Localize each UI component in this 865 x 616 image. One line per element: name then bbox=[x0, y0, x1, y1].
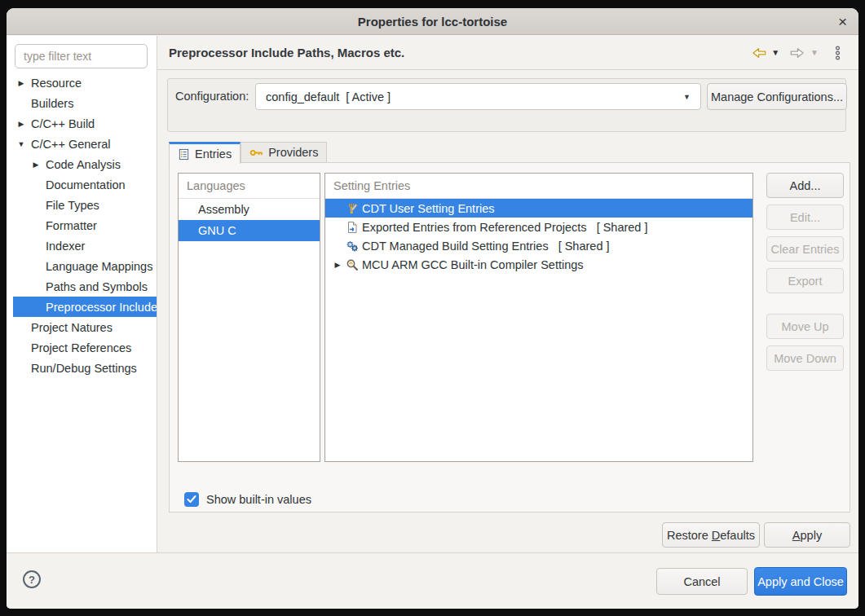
tree-item-preprocessor-include-selected[interactable]: Preprocessor Include Paths, Macros etc. bbox=[13, 297, 157, 317]
content-pane: Preprocessor Include Paths, Macros etc. … bbox=[157, 36, 858, 552]
entry-label: Exported Entries from Referenced Project… bbox=[362, 221, 587, 234]
tree-item-documentation[interactable]: Documentation bbox=[7, 174, 157, 195]
show-builtin-row: Show built-in values bbox=[184, 492, 311, 507]
tree-item-label: Formatter bbox=[46, 219, 97, 232]
entry-row-cdt-managed-build[interactable]: CDT Managed Build Setting Entries [ Shar… bbox=[325, 236, 752, 255]
expander-collapsed-icon[interactable]: ▶ bbox=[330, 261, 345, 269]
entry-label: CDT Managed Build Setting Entries bbox=[362, 240, 549, 253]
filter-input[interactable] bbox=[15, 44, 148, 68]
tree-item-builders[interactable]: Builders bbox=[7, 93, 157, 113]
managed-build-gears-icon bbox=[345, 240, 359, 253]
tree-item-label: File Types bbox=[46, 199, 99, 212]
tree-item-ccpp-general[interactable]: ▼ C/C++ General bbox=[7, 134, 157, 154]
tree-item-label: Code Analysis bbox=[46, 158, 121, 171]
export-button[interactable]: Export bbox=[766, 268, 844, 293]
move-up-button[interactable]: Move Up bbox=[766, 314, 844, 339]
window-title: Properties for lcc-tortoise bbox=[358, 15, 507, 29]
tree-item-project-natures[interactable]: Project Natures bbox=[7, 317, 157, 337]
language-item-gnu-c-selected[interactable]: GNU C bbox=[179, 220, 320, 241]
built-in-settings-magnifier-icon bbox=[345, 258, 359, 271]
tree-item-label: Resource bbox=[31, 77, 82, 90]
back-menu-icon[interactable]: ▼ bbox=[771, 49, 779, 57]
tree-item-label: Preprocessor Include Paths, Macros etc. bbox=[46, 301, 157, 314]
show-builtin-checkbox[interactable] bbox=[184, 492, 199, 507]
setting-entries-list: Setting Entries CDT User Setting Entries bbox=[324, 173, 753, 462]
apply-and-close-button[interactable]: Apply and Close bbox=[754, 567, 847, 596]
tree-item-label: Builders bbox=[31, 97, 73, 110]
close-icon[interactable]: × bbox=[838, 14, 847, 29]
cancel-button[interactable]: Cancel bbox=[656, 568, 748, 595]
tree-item-indexer[interactable]: Indexer bbox=[7, 235, 157, 256]
tree-item-formatter[interactable]: Formatter bbox=[7, 215, 157, 235]
restore-defaults-button[interactable]: Restore Defaults bbox=[662, 522, 760, 548]
tree-item-language-mappings[interactable]: Language Mappings bbox=[7, 256, 157, 276]
properties-tree: ▶ Resource Builders ▶ C/C++ Build ▼ C/C+… bbox=[7, 73, 157, 378]
entries-list-icon bbox=[178, 148, 190, 161]
back-arrow-icon[interactable] bbox=[752, 46, 767, 59]
dialog-button-bar: ? Cancel Apply and Close bbox=[7, 552, 858, 609]
tree-item-label: C/C++ Build bbox=[31, 117, 95, 130]
tab-providers-label: Providers bbox=[268, 146, 318, 159]
expander-collapsed-icon[interactable]: ▶ bbox=[11, 79, 31, 87]
tree-item-paths-and-symbols[interactable]: Paths and Symbols bbox=[7, 276, 157, 297]
manage-configurations-button[interactable]: Manage Configurations... bbox=[707, 83, 847, 110]
languages-list: Languages Assembly GNU C bbox=[178, 173, 320, 462]
page-header: Preprocessor Include Paths, Macros etc. … bbox=[157, 36, 858, 70]
tab-providers[interactable]: Providers bbox=[241, 142, 327, 163]
entry-label: CDT User Setting Entries bbox=[362, 202, 495, 215]
entry-row-mcu-arm-gcc[interactable]: ▶ MCU ARM GCC Built-in Compiler Settings bbox=[325, 255, 752, 274]
configuration-dropdown[interactable]: config_default [ Active ] ▼ bbox=[255, 83, 701, 110]
entry-label: MCU ARM GCC Built-in Compiler Settings bbox=[362, 258, 584, 271]
exported-document-icon bbox=[345, 221, 359, 234]
entries-tab-panel: Languages Assembly GNU C Setting Entries bbox=[169, 162, 850, 513]
apply-button[interactable]: Apply bbox=[764, 522, 850, 548]
tree-item-label: Project References bbox=[31, 341, 131, 354]
move-down-button[interactable]: Move Down bbox=[766, 345, 844, 371]
expander-collapsed-icon[interactable]: ▶ bbox=[26, 161, 46, 169]
tab-bar: Entries Providers bbox=[169, 141, 327, 163]
forward-arrow-icon[interactable] bbox=[789, 46, 805, 59]
configuration-label: Configuration: bbox=[175, 90, 249, 103]
entry-actions: Add... Edit... Clear Entries Export Move… bbox=[766, 173, 844, 376]
sidebar: ▶ Resource Builders ▶ C/C++ Build ▼ C/C+… bbox=[7, 36, 157, 552]
chevron-down-icon: ▼ bbox=[683, 93, 691, 101]
providers-key-icon bbox=[249, 147, 263, 158]
entry-row-cdt-user-setting[interactable]: CDT User Setting Entries bbox=[325, 199, 752, 218]
tree-item-ccpp-build[interactable]: ▶ C/C++ Build bbox=[7, 113, 157, 134]
tree-item-label: C/C++ General bbox=[31, 138, 111, 151]
expander-collapsed-icon[interactable]: ▶ bbox=[11, 120, 31, 128]
history-nav: ▼ ▼ bbox=[752, 46, 852, 60]
configuration-value: config_default [ Active ] bbox=[266, 90, 683, 103]
titlebar[interactable]: Properties for lcc-tortoise × bbox=[7, 8, 858, 35]
forward-menu-icon[interactable]: ▼ bbox=[810, 49, 819, 57]
tree-item-project-references[interactable]: Project References bbox=[7, 337, 157, 358]
expander-expanded-icon[interactable]: ▼ bbox=[11, 140, 31, 148]
help-icon[interactable]: ? bbox=[23, 570, 41, 588]
tree-item-code-analysis[interactable]: ▶ Code Analysis bbox=[7, 154, 157, 174]
tab-entries[interactable]: Entries bbox=[169, 142, 241, 164]
edit-button[interactable]: Edit... bbox=[766, 205, 844, 230]
tab-entries-label: Entries bbox=[195, 147, 232, 161]
tree-item-label: Language Mappings bbox=[46, 260, 152, 273]
entry-row-exported-entries[interactable]: Exported Entries from Referenced Project… bbox=[325, 218, 752, 236]
checkmark-icon bbox=[187, 495, 196, 504]
show-builtin-label: Show built-in values bbox=[206, 493, 311, 506]
tree-item-label: Documentation bbox=[46, 178, 126, 191]
properties-dialog: Properties for lcc-tortoise × ▶ Resource… bbox=[7, 8, 858, 609]
languages-header: Languages bbox=[179, 174, 320, 199]
language-item-assembly[interactable]: Assembly bbox=[179, 199, 320, 220]
page-title: Preprocessor Include Paths, Macros etc. bbox=[169, 46, 752, 59]
tree-item-run-debug-settings[interactable]: Run/Debug Settings bbox=[7, 358, 157, 378]
clear-entries-button[interactable]: Clear Entries bbox=[766, 236, 844, 262]
tree-item-resource[interactable]: ▶ Resource bbox=[7, 73, 157, 93]
tree-item-file-types[interactable]: File Types bbox=[7, 195, 157, 215]
user-setting-pencil-icon bbox=[345, 202, 359, 215]
add-button[interactable]: Add... bbox=[766, 173, 844, 198]
view-menu-icon[interactable] bbox=[835, 46, 841, 60]
tree-item-label: Paths and Symbols bbox=[46, 280, 148, 293]
tree-item-label: Run/Debug Settings bbox=[31, 362, 137, 375]
tree-item-label: Indexer bbox=[46, 240, 85, 253]
tree-item-label: Project Natures bbox=[31, 321, 113, 334]
setting-entries-header: Setting Entries bbox=[325, 174, 752, 199]
configuration-group: Configuration: config_default [ Active ]… bbox=[167, 78, 846, 132]
